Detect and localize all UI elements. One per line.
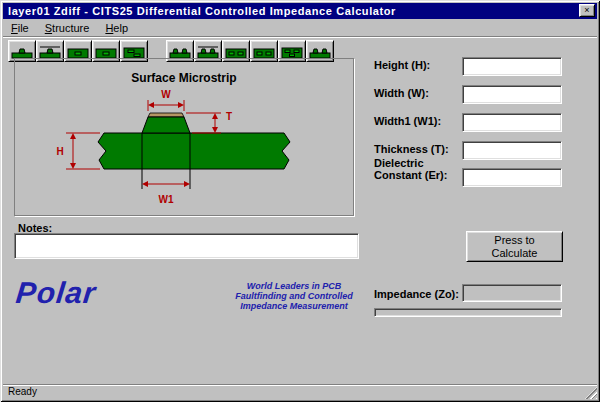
impedance-output-field <box>462 284 562 302</box>
menu-file[interactable]: File <box>3 20 37 34</box>
dielectric-label: Dielectric Constant (Er): <box>374 157 460 181</box>
width-input[interactable] <box>462 85 562 104</box>
structure-diagram-panel: Surface Microstrip W T <box>14 58 354 216</box>
thickness-input[interactable] <box>462 141 562 160</box>
trace-shape <box>142 117 190 133</box>
dim-label-w1: W1 <box>159 194 174 205</box>
status-bar: Ready <box>3 384 597 399</box>
dielectric-input[interactable] <box>462 168 562 187</box>
menu-bar: FileStructureHelp <box>3 20 597 36</box>
status-text: Ready <box>8 386 37 397</box>
dim-label-t: T <box>226 111 232 122</box>
progress-bar <box>374 308 562 317</box>
title-bar: layer01 Zdiff - CITS25 Differential Cont… <box>3 3 597 19</box>
tagline-line: Impedance Measurement <box>226 301 362 311</box>
width1-input[interactable] <box>462 113 562 132</box>
calculate-button[interactable]: Press to Calculate <box>466 231 563 262</box>
close-button[interactable]: × <box>579 4 595 17</box>
menu-structure[interactable]: Structure <box>37 20 98 34</box>
substrate-shape <box>98 133 290 169</box>
dim-label-w: W <box>161 89 171 100</box>
dim-label-h: H <box>56 146 63 157</box>
width1-label: Width1 (W1): <box>374 115 460 127</box>
height-input[interactable] <box>462 57 562 76</box>
width-label: Width (W): <box>374 87 460 99</box>
application-window: layer01 Zdiff - CITS25 Differential Cont… <box>0 0 600 402</box>
notes-input[interactable] <box>14 233 359 259</box>
brand-tagline: World Leaders in PCB Faultfinding and Co… <box>226 281 362 311</box>
thickness-label: Thickness (T): <box>374 143 460 155</box>
menu-help[interactable]: Help <box>97 20 136 34</box>
tagline-line: World Leaders in PCB <box>226 281 362 291</box>
polar-logo: Polar <box>14 276 98 310</box>
window-title: layer01 Zdiff - CITS25 Differential Cont… <box>8 5 396 17</box>
structure-title: Surface Microstrip <box>15 71 353 85</box>
tagline-line: Faultfinding and Controlled <box>226 291 362 301</box>
height-label: Height (H): <box>374 59 460 71</box>
impedance-label: Impedance (Zo): <box>374 288 459 300</box>
resize-grip[interactable] <box>585 387 597 399</box>
trace-cap-shape <box>148 113 184 117</box>
structure-cross-section-diagram: W T H W1 <box>16 89 352 213</box>
